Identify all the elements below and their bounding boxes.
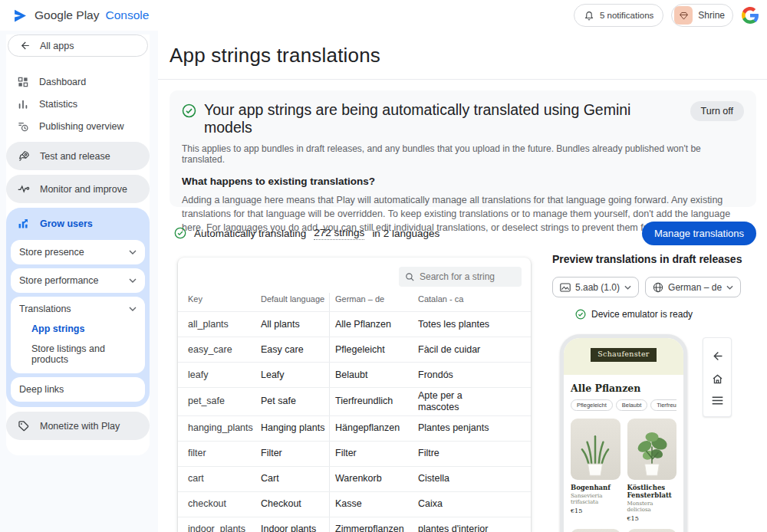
- cell-german: Filter: [335, 445, 418, 461]
- cell-key: pet_safe: [188, 393, 261, 409]
- dashboard-icon: [17, 76, 29, 88]
- table-row[interactable]: pet_safe Pet safe Tierfreundlich Apte pe…: [178, 387, 531, 415]
- language-dropdown[interactable]: German – de: [645, 277, 741, 297]
- cell-catalan: Filtre: [418, 445, 509, 461]
- shrine-app-icon: [674, 6, 693, 25]
- table-row[interactable]: checkout Checkout Kasse Caixa: [178, 491, 531, 517]
- strings-count[interactable]: 272 strings: [314, 227, 364, 240]
- sidebar-item-label: Store presence: [19, 247, 84, 258]
- emulator-back-button[interactable]: [711, 350, 724, 363]
- gemini-translation-banner: Your app strings are being automatically…: [170, 90, 756, 207]
- cell-default: Easy care: [261, 342, 335, 358]
- product-card[interactable]: Köstliches Fensterblatt Monstera delicio…: [627, 419, 677, 522]
- language-value: German – de: [668, 282, 722, 293]
- sidebar-item-app-strings[interactable]: App strings: [19, 314, 137, 336]
- cell-catalan: Plantes penjants: [418, 420, 509, 436]
- brand-suffix-text: Console: [105, 8, 149, 22]
- brand-text: Google Play: [35, 8, 99, 22]
- all-apps-button[interactable]: All apps: [8, 34, 148, 57]
- cell-german: Belaubt: [335, 367, 418, 383]
- sidebar-item-monetize-with-play[interactable]: Monetize with Play: [6, 412, 150, 440]
- cell-default: Pet safe: [261, 393, 335, 409]
- table-row[interactable]: cart Cart Warenkorb Cistella: [178, 466, 531, 491]
- divider: [158, 79, 767, 80]
- cell-key: checkout: [188, 496, 261, 512]
- app-switcher-button[interactable]: Shrine: [671, 4, 733, 27]
- back-arrow-icon: [19, 40, 31, 51]
- check-circle-icon: [575, 309, 586, 320]
- bell-icon: [584, 10, 594, 21]
- table-row[interactable]: easy_care Easy care Pflegeleicht Fàcil d…: [178, 337, 531, 362]
- sidebar-item-label: Publishing overview: [39, 121, 123, 132]
- sidebar-item-store-listings-and-products[interactable]: Store listings and products: [19, 336, 137, 366]
- product-name: Köstliches Fensterblatt: [627, 484, 677, 499]
- sidebar-item-label: Test and release: [40, 151, 110, 162]
- auto-translation-status-row: Automatically translating 272 strings in…: [174, 221, 756, 245]
- table-row[interactable]: filter Filter Filter Filtre: [178, 441, 531, 466]
- emulator-toolbar: [703, 337, 732, 417]
- tag-icon: [17, 419, 30, 432]
- filter-chip[interactable]: Belaubt: [616, 399, 647, 411]
- string-search: [399, 267, 522, 287]
- sidebar-item-label: Store performance: [19, 275, 99, 286]
- sidebar-item-test-and-release[interactable]: Test and release: [6, 142, 150, 170]
- cell-key: indoor_plants: [188, 521, 261, 532]
- sidebar-group-translations: Translations App strings Store listings …: [11, 297, 145, 373]
- cell-key: all_plants: [188, 317, 261, 333]
- table-row[interactable]: indoor_plants Indoor plants Zimmerpflanz…: [178, 517, 531, 532]
- rocket-icon: [17, 149, 30, 163]
- product-latin-name: Sansevieria trifasciata: [571, 493, 621, 505]
- sidebar-item-label: Grow users: [40, 218, 93, 229]
- table-row[interactable]: all_plants All plants Alle Pflanzen Tote…: [178, 311, 531, 337]
- cell-german: Zimmerpflanzen: [335, 521, 418, 532]
- cell-german: Alle Pflanzen: [335, 317, 418, 333]
- cell-catalan: Totes les plantes: [418, 317, 509, 333]
- product-card[interactable]: [627, 529, 677, 532]
- sidebar-item-deep-links[interactable]: Deep links: [11, 377, 145, 402]
- growth-chart-icon: [17, 217, 30, 230]
- sidebar-item-dashboard[interactable]: Dashboard: [6, 71, 150, 93]
- sidebar-item-monitor-and-improve[interactable]: Monitor and improve: [6, 175, 150, 203]
- sidebar-group-grow-users: Grow users Store presence Store performa…: [6, 208, 150, 407]
- store-badge: Schaufenster: [591, 348, 656, 362]
- google-account-icon[interactable]: [741, 6, 759, 25]
- emulator-menu-button[interactable]: [711, 396, 724, 406]
- notifications-button[interactable]: 5 notifications: [574, 4, 663, 27]
- all-apps-label: All apps: [40, 41, 74, 51]
- sidebar-item-store-presence[interactable]: Store presence: [11, 240, 145, 264]
- cell-catalan: Caixa: [418, 496, 509, 512]
- manage-translations-button[interactable]: Manage translations: [642, 222, 756, 245]
- cell-default: Leafy: [261, 367, 335, 383]
- sidebar-item-label: Dashboard: [39, 77, 86, 87]
- sidebar-item-label: Statistics: [39, 99, 77, 110]
- emulator-home-button[interactable]: [711, 373, 724, 386]
- pulse-icon: [17, 182, 30, 195]
- device-emulator[interactable]: Schaufenster Alle Pflanzen Pflegeleicht …: [560, 334, 687, 532]
- bundle-dropdown[interactable]: 5.aab (1.0): [552, 277, 639, 297]
- search-input[interactable]: [420, 271, 512, 282]
- filter-chip[interactable]: Pflegeleicht: [571, 399, 613, 411]
- product-card[interactable]: Bogenhanf Sansevieria trifasciata €15: [571, 419, 621, 522]
- sidebar-item-translations[interactable]: Translations: [19, 304, 137, 314]
- cell-key: leafy: [188, 367, 261, 383]
- product-price: €15: [571, 507, 621, 514]
- sidebar-item-store-performance[interactable]: Store performance: [11, 268, 145, 293]
- cell-key: easy_care: [188, 342, 261, 358]
- product-grid: Bogenhanf Sansevieria trifasciata €15 Kö…: [571, 419, 676, 532]
- play-console-logo[interactable]: Google Play Console: [12, 8, 149, 24]
- table-row[interactable]: leafy Leafy Belaubt Frondós: [178, 362, 531, 387]
- cell-default: Filter: [261, 445, 335, 461]
- product-card[interactable]: [571, 529, 621, 532]
- preview-panel: Preview translations in draft releases 5…: [552, 253, 759, 320]
- cell-default: Hanging plants: [261, 420, 335, 436]
- cell-key: cart: [188, 471, 261, 487]
- sidebar-item-publishing-overview[interactable]: Publishing overview: [6, 115, 150, 137]
- sidebar-item-grow-users[interactable]: Grow users: [11, 211, 145, 236]
- sidebar-item-statistics[interactable]: Statistics: [6, 93, 150, 115]
- column-header-key: Key: [188, 294, 261, 304]
- table-row[interactable]: hanging_plants Hanging plants Hängepflan…: [178, 415, 531, 441]
- sidebar-item-label: Monetize with Play: [40, 421, 120, 432]
- cell-catalan: Frondós: [418, 367, 509, 383]
- filter-chip[interactable]: Tierfreundlich: [650, 399, 676, 411]
- turn-off-button[interactable]: Turn off: [690, 101, 744, 121]
